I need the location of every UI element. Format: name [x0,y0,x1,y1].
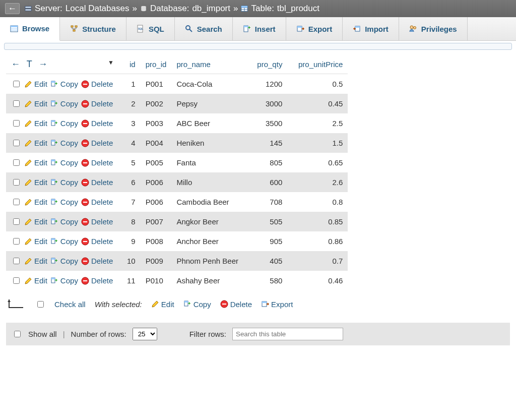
tab-browse[interactable]: Browse [0,17,60,41]
footer-export-button[interactable]: Export [261,300,293,309]
row-checkbox[interactable] [13,81,20,87]
row-edit-button[interactable]: Edit [24,139,47,147]
row-checkbox[interactable] [13,258,20,264]
row-copy-button[interactable]: +Copy [50,237,78,246]
table-row: Edit+CopyDelete9P008Anchor Beer9050.86 [6,231,348,251]
row-checkbox[interactable] [13,179,20,186]
row-checkbox[interactable] [13,199,20,205]
sort-arrows[interactable]: ← T → [11,59,49,69]
tab-search[interactable]: Search [175,17,233,40]
tab-sql[interactable]: SQL SQL [126,17,175,40]
insert-icon: + [243,25,251,33]
row-delete-button[interactable]: Delete [81,217,113,226]
row-copy-button[interactable]: +Copy [50,178,78,187]
row-checkbox[interactable] [13,277,20,284]
svg-rect-13 [75,26,77,27]
row-copy-button[interactable]: +Copy [50,198,78,206]
copy-icon: + [50,277,58,285]
row-checkbox[interactable] [13,218,20,225]
row-copy-button[interactable]: +Copy [50,119,78,128]
row-delete-button[interactable]: Delete [81,178,113,187]
col-pro-qty[interactable]: pro_qty [257,60,282,69]
col-id[interactable]: id [130,60,136,69]
row-edit-button[interactable]: Edit [24,257,47,265]
delete-icon [81,237,89,246]
cell-pro-unitprice: 0.45 [287,94,348,113]
delete-icon [220,300,228,308]
tab-label: Insert [255,25,276,33]
row-edit-button[interactable]: Edit [24,119,47,128]
row-copy-button[interactable]: +Copy [50,99,78,108]
row-edit-button[interactable]: Edit [24,80,47,88]
cell-pro-id: P008 [141,231,172,251]
row-edit-button[interactable]: Edit [24,198,47,206]
cell-pro-qty: 708 [247,192,287,212]
filter-input[interactable] [232,328,343,340]
server-name[interactable]: Local Databases [66,4,130,14]
sort-dropdown-icon[interactable]: ▼ [108,59,114,66]
check-all-link[interactable]: Check all [54,300,86,309]
tab-insert[interactable]: + Insert [233,17,286,40]
row-edit-button[interactable]: Edit [24,237,47,246]
row-checkbox[interactable] [13,238,20,245]
table-label: Table: [251,4,274,14]
tab-privileges[interactable]: Privileges [399,17,468,40]
row-checkbox[interactable] [13,159,20,166]
copy-icon: + [50,218,58,226]
check-all-checkbox[interactable] [37,301,44,308]
row-delete-button[interactable]: Delete [81,99,113,108]
col-pro-name[interactable]: pro_name [176,60,211,69]
row-copy-button[interactable]: +Copy [50,158,78,167]
row-delete-button[interactable]: Delete [81,80,113,88]
row-copy-button[interactable]: +Copy [50,217,78,226]
copy-icon: + [50,237,58,246]
copy-icon: + [50,139,58,147]
show-all-checkbox[interactable] [14,331,21,337]
row-delete-button[interactable]: Delete [81,276,113,285]
row-edit-button[interactable]: Edit [24,178,47,187]
svg-text:+: + [55,199,57,204]
row-edit-button[interactable]: Edit [24,276,47,285]
delete-icon [81,100,89,108]
row-copy-button[interactable]: +Copy [50,276,78,285]
back-button[interactable]: ← [5,3,20,14]
row-delete-button[interactable]: Delete [81,119,113,128]
num-rows-select[interactable]: 25 [133,328,157,340]
col-pro-id[interactable]: pro_id [146,60,167,69]
tab-structure[interactable]: Structure [60,17,126,40]
table-name[interactable]: tbl_product [277,4,319,14]
row-checkbox[interactable] [13,140,20,146]
row-copy-button[interactable]: +Copy [50,139,78,147]
row-checkbox[interactable] [13,120,20,127]
row-delete-button[interactable]: Delete [81,237,113,246]
row-delete-button[interactable]: Delete [81,139,113,147]
svg-point-17 [186,26,190,30]
row-edit-button[interactable]: Edit [24,99,47,108]
row-delete-button[interactable]: Delete [81,198,113,206]
database-name[interactable]: db_import [192,4,230,14]
col-pro-unitprice[interactable]: pro_unitPrice [298,60,343,69]
cell-id: 10 [122,251,141,271]
row-edit-button[interactable]: Edit [24,158,47,167]
copy-icon: + [50,257,58,265]
row-copy-button[interactable]: +Copy [50,80,78,88]
row-edit-button[interactable]: Edit [24,217,47,226]
svg-text:+: + [55,238,57,244]
row-copy-button[interactable]: +Copy [50,257,78,265]
footer-delete-button[interactable]: Delete [220,300,252,309]
svg-rect-37 [83,103,87,104]
cell-pro-name: Ashahy Beer [171,271,247,290]
tab-import[interactable]: Import [343,17,399,40]
row-checkbox[interactable] [13,100,20,107]
svg-rect-54 [51,179,55,181]
pencil-icon [24,100,32,108]
svg-text:SQL: SQL [138,27,143,30]
tab-export[interactable]: Export [286,17,343,40]
footer-copy-button[interactable]: + Copy [183,300,211,309]
delete-icon [81,119,89,128]
row-delete-button[interactable]: Delete [81,257,113,265]
svg-rect-74 [51,258,55,260]
footer-edit-button[interactable]: Edit [151,300,174,309]
cell-pro-name: Cambodia Beer [171,192,247,212]
row-delete-button[interactable]: Delete [81,158,113,167]
